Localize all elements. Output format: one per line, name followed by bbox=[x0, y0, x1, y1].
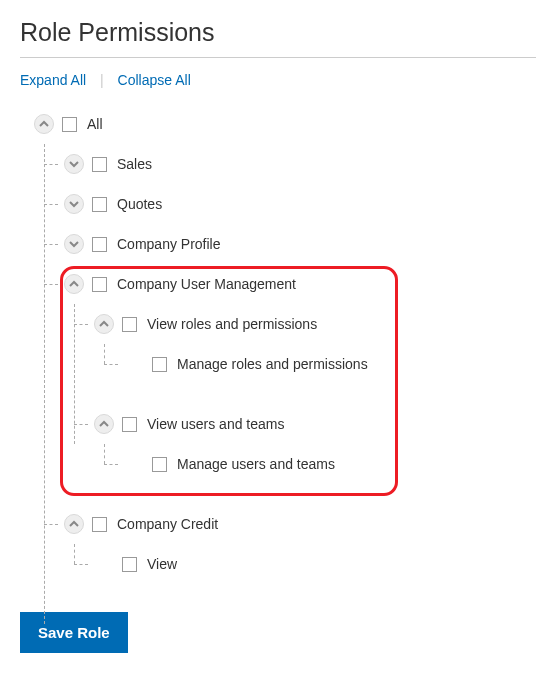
chevron-down-icon[interactable] bbox=[64, 154, 84, 174]
tree-node-all: All Sales bbox=[34, 104, 536, 584]
node-label: All bbox=[87, 116, 103, 132]
chevron-up-icon[interactable] bbox=[94, 414, 114, 434]
tree-node-manage-roles: Manage roles and permissions bbox=[124, 344, 536, 384]
checkbox-manage-roles[interactable] bbox=[152, 357, 167, 372]
tree-node-company-user-management: Company User Management View roles and p… bbox=[64, 264, 536, 484]
node-label: Manage users and teams bbox=[177, 456, 335, 472]
chevron-up-icon[interactable] bbox=[94, 314, 114, 334]
tree-node-quotes: Quotes bbox=[64, 184, 536, 224]
chevron-up-icon[interactable] bbox=[64, 514, 84, 534]
node-label: Quotes bbox=[117, 196, 162, 212]
permission-tree: All Sales bbox=[34, 104, 536, 584]
checkbox-view[interactable] bbox=[122, 557, 137, 572]
tree-node-view: View bbox=[94, 544, 536, 584]
node-label: Company Profile bbox=[117, 236, 221, 252]
node-label: View bbox=[147, 556, 177, 572]
checkbox-sales[interactable] bbox=[92, 157, 107, 172]
tree-node-sales: Sales bbox=[64, 144, 536, 184]
checkbox-view-users[interactable] bbox=[122, 417, 137, 432]
chevron-down-icon[interactable] bbox=[64, 194, 84, 214]
checkbox-company-user-management[interactable] bbox=[92, 277, 107, 292]
checkbox-company-credit[interactable] bbox=[92, 517, 107, 532]
action-separator: | bbox=[100, 72, 104, 88]
tree-actions: Expand All | Collapse All bbox=[20, 72, 536, 88]
tree-node-view-roles: View roles and permissions Manage roles … bbox=[94, 304, 536, 384]
chevron-up-icon[interactable] bbox=[34, 114, 54, 134]
node-label: Company Credit bbox=[117, 516, 218, 532]
node-label: View roles and permissions bbox=[147, 316, 317, 332]
checkbox-quotes[interactable] bbox=[92, 197, 107, 212]
node-label: Sales bbox=[117, 156, 152, 172]
divider bbox=[20, 57, 536, 58]
tree-node-company-credit: Company Credit View bbox=[64, 504, 536, 584]
checkbox-manage-users[interactable] bbox=[152, 457, 167, 472]
tree-node-view-users: View users and teams Manage users and te… bbox=[94, 404, 536, 484]
page-title: Role Permissions bbox=[20, 18, 536, 47]
chevron-up-icon[interactable] bbox=[64, 274, 84, 294]
node-label: View users and teams bbox=[147, 416, 284, 432]
collapse-all-link[interactable]: Collapse All bbox=[118, 72, 191, 88]
checkbox-view-roles[interactable] bbox=[122, 317, 137, 332]
tree-node-manage-users: Manage users and teams bbox=[124, 444, 536, 484]
checkbox-all[interactable] bbox=[62, 117, 77, 132]
chevron-down-icon[interactable] bbox=[64, 234, 84, 254]
node-label: Manage roles and permissions bbox=[177, 356, 368, 372]
tree-node-company-profile: Company Profile bbox=[64, 224, 536, 264]
expand-all-link[interactable]: Expand All bbox=[20, 72, 86, 88]
node-label: Company User Management bbox=[117, 276, 296, 292]
save-role-button[interactable]: Save Role bbox=[20, 612, 128, 653]
checkbox-company-profile[interactable] bbox=[92, 237, 107, 252]
